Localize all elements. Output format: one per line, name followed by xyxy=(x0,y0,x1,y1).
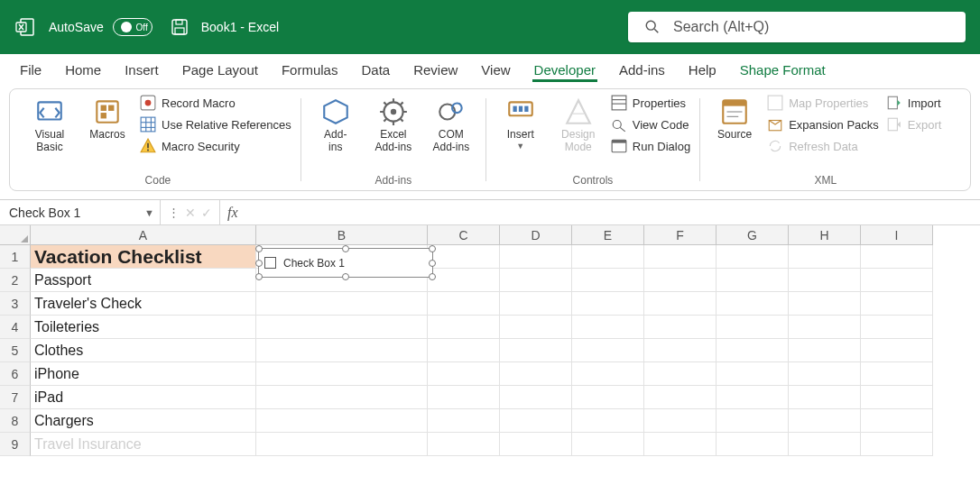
autosave-toggle[interactable]: Off xyxy=(113,18,153,36)
expansion-packs-button[interactable]: Expansion Packs xyxy=(767,116,879,133)
autosave[interactable]: AutoSave Off xyxy=(49,18,153,36)
resize-handle[interactable] xyxy=(255,273,263,280)
cell[interactable] xyxy=(717,362,789,386)
cell[interactable] xyxy=(428,292,500,316)
cell[interactable]: Traveler's Check xyxy=(31,292,256,316)
run-dialog-button[interactable]: Run Dialog xyxy=(611,138,690,154)
cell[interactable] xyxy=(789,269,861,292)
row-header[interactable]: 6 xyxy=(0,362,31,386)
com-addins-button[interactable]: COM Add-ins xyxy=(426,93,476,154)
cell[interactable] xyxy=(861,386,933,409)
row-header[interactable]: 1 xyxy=(0,245,31,269)
tab-home[interactable]: Home xyxy=(54,57,112,83)
tab-review[interactable]: Review xyxy=(402,57,468,83)
col-header-g[interactable]: G xyxy=(717,225,789,245)
checkbox-form-control[interactable]: Check Box 1 xyxy=(258,248,433,278)
cell[interactable] xyxy=(428,316,500,339)
cell[interactable] xyxy=(500,386,572,409)
cell[interactable]: Passport xyxy=(31,269,256,292)
cell[interactable] xyxy=(789,433,861,456)
cell[interactable] xyxy=(717,245,789,269)
cell[interactable] xyxy=(861,316,933,339)
resize-handle[interactable] xyxy=(342,245,349,252)
col-header-i[interactable]: I xyxy=(861,225,933,245)
cell[interactable] xyxy=(789,339,861,362)
cell[interactable] xyxy=(717,292,789,316)
cell[interactable] xyxy=(500,362,572,386)
cell[interactable] xyxy=(572,386,644,409)
chevron-down-icon[interactable]: ▼ xyxy=(144,207,154,218)
cell[interactable] xyxy=(789,292,861,316)
cell[interactable] xyxy=(572,292,644,316)
cell[interactable] xyxy=(644,245,717,269)
cell[interactable] xyxy=(500,409,572,433)
cell[interactable] xyxy=(256,292,428,316)
excel-addins-button[interactable]: Excel Add-ins xyxy=(368,93,419,154)
resize-handle[interactable] xyxy=(429,273,436,280)
cell[interactable] xyxy=(572,245,644,269)
cell[interactable] xyxy=(644,269,717,292)
more-icon[interactable]: ⋮ xyxy=(168,206,180,219)
cell[interactable] xyxy=(717,269,789,292)
cell[interactable]: Chargers xyxy=(31,409,256,433)
design-mode-button[interactable]: Design Mode xyxy=(553,93,604,154)
row-header[interactable]: 9 xyxy=(0,433,31,456)
cell[interactable] xyxy=(644,433,717,456)
cell[interactable] xyxy=(572,362,644,386)
checkbox-icon[interactable] xyxy=(264,257,276,269)
col-header-b[interactable]: B xyxy=(256,225,428,245)
record-macro-button[interactable]: Record Macro xyxy=(140,95,291,111)
cell[interactable] xyxy=(572,433,644,456)
tab-developer[interactable]: Developer xyxy=(523,57,606,83)
save-icon[interactable] xyxy=(171,18,189,36)
row-header[interactable]: 4 xyxy=(0,316,31,339)
row-header[interactable]: 7 xyxy=(0,386,31,409)
cell[interactable] xyxy=(789,386,861,409)
cell[interactable]: Travel Insurance xyxy=(31,433,256,456)
cell[interactable] xyxy=(256,409,428,433)
cell[interactable] xyxy=(572,316,644,339)
col-header-c[interactable]: C xyxy=(428,225,500,245)
tab-formulas[interactable]: Formulas xyxy=(271,57,349,83)
cell[interactable]: Clothes xyxy=(31,339,256,362)
row-header[interactable]: 3 xyxy=(0,292,31,316)
col-header-h[interactable]: H xyxy=(789,225,861,245)
name-box[interactable]: Check Box 1 ▼ xyxy=(0,200,161,224)
tab-help[interactable]: Help xyxy=(678,57,727,83)
cell[interactable] xyxy=(789,316,861,339)
cell[interactable] xyxy=(572,409,644,433)
cell[interactable]: iPad xyxy=(31,386,256,409)
macros-button[interactable]: Macros xyxy=(82,93,133,142)
tab-view[interactable]: View xyxy=(470,57,521,83)
resize-handle[interactable] xyxy=(429,260,436,267)
row-header[interactable]: 5 xyxy=(0,339,31,362)
cell[interactable] xyxy=(256,316,428,339)
resize-handle[interactable] xyxy=(429,245,436,252)
cell[interactable] xyxy=(861,245,933,269)
cell[interactable] xyxy=(256,339,428,362)
cell[interactable] xyxy=(861,269,933,292)
resize-handle[interactable] xyxy=(342,273,349,280)
cell[interactable]: Toileteries xyxy=(31,316,256,339)
cell[interactable] xyxy=(644,339,717,362)
cell[interactable] xyxy=(500,316,572,339)
cell[interactable] xyxy=(428,269,500,292)
cell[interactable] xyxy=(428,386,500,409)
col-header-d[interactable]: D xyxy=(500,225,572,245)
resize-handle[interactable] xyxy=(255,245,263,252)
cell[interactable] xyxy=(644,362,717,386)
refresh-data-button[interactable]: Refresh Data xyxy=(767,138,879,154)
tab-shape-format[interactable]: Shape Format xyxy=(729,57,837,83)
cell[interactable] xyxy=(644,292,717,316)
macro-security-button[interactable]: Macro Security xyxy=(140,138,291,154)
source-button[interactable]: Source xyxy=(709,93,760,142)
cell[interactable] xyxy=(717,316,789,339)
tab-page-layout[interactable]: Page Layout xyxy=(171,57,269,83)
cell[interactable] xyxy=(428,339,500,362)
tab-addins[interactable]: Add-ins xyxy=(608,57,676,83)
col-header-e[interactable]: E xyxy=(572,225,644,245)
enter-formula-icon[interactable]: ✓ xyxy=(201,206,212,220)
cell[interactable] xyxy=(644,386,717,409)
cell[interactable]: Vacation Checklist xyxy=(31,245,256,269)
cell[interactable] xyxy=(500,269,572,292)
